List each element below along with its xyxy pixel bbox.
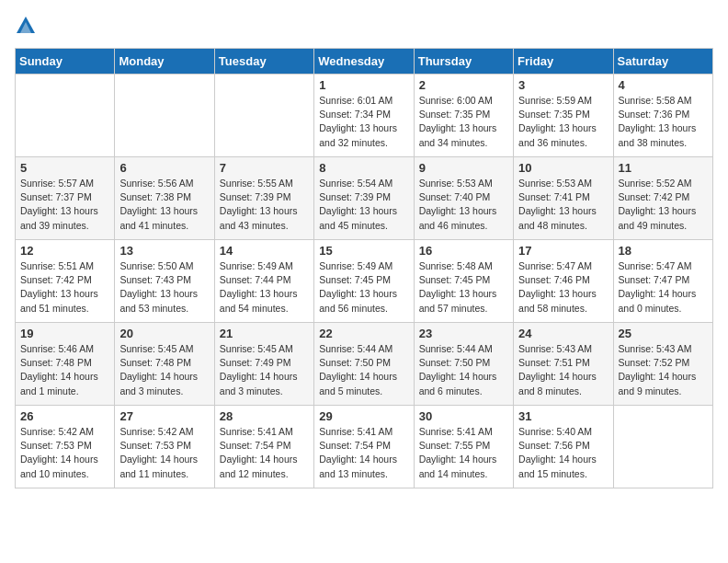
calendar-week-row: 5Sunrise: 5:57 AM Sunset: 7:37 PM Daylig… xyxy=(16,157,713,240)
day-info: Sunrise: 5:47 AM Sunset: 7:46 PM Dayligh… xyxy=(518,259,608,316)
day-number: 23 xyxy=(419,327,508,340)
day-info: Sunrise: 5:48 AM Sunset: 7:45 PM Dayligh… xyxy=(419,259,508,316)
calendar-header-sunday: Sunday xyxy=(16,49,115,75)
day-number: 25 xyxy=(619,327,708,340)
calendar-cell: 11Sunrise: 5:52 AM Sunset: 7:42 PM Dayli… xyxy=(613,157,712,240)
calendar-cell: 3Sunrise: 5:59 AM Sunset: 7:35 PM Daylig… xyxy=(514,75,613,157)
day-info: Sunrise: 5:42 AM Sunset: 7:53 PM Dayligh… xyxy=(119,425,209,481)
day-number: 20 xyxy=(119,327,209,340)
day-number: 12 xyxy=(20,244,109,258)
calendar-cell: 16Sunrise: 5:48 AM Sunset: 7:45 PM Dayli… xyxy=(414,240,513,323)
day-info: Sunrise: 5:53 AM Sunset: 7:40 PM Dayligh… xyxy=(419,177,508,233)
day-number: 28 xyxy=(220,409,309,423)
calendar-cell: 13Sunrise: 5:50 AM Sunset: 7:43 PM Dayli… xyxy=(115,240,214,323)
day-info: Sunrise: 5:43 AM Sunset: 7:51 PM Dayligh… xyxy=(518,342,608,398)
day-info: Sunrise: 5:44 AM Sunset: 7:50 PM Dayligh… xyxy=(419,342,508,398)
day-info: Sunrise: 5:51 AM Sunset: 7:42 PM Dayligh… xyxy=(20,259,109,316)
calendar-cell: 22Sunrise: 5:44 AM Sunset: 7:50 PM Dayli… xyxy=(314,323,414,406)
day-info: Sunrise: 6:01 AM Sunset: 7:34 PM Dayligh… xyxy=(319,94,408,150)
calendar-cell xyxy=(214,75,313,157)
calendar-cell: 28Sunrise: 5:41 AM Sunset: 7:54 PM Dayli… xyxy=(214,406,313,488)
calendar-header-friday: Friday xyxy=(514,49,613,75)
day-number: 4 xyxy=(619,78,708,92)
day-info: Sunrise: 6:00 AM Sunset: 7:35 PM Dayligh… xyxy=(419,94,508,150)
day-info: Sunrise: 5:45 AM Sunset: 7:49 PM Dayligh… xyxy=(220,342,309,398)
calendar-cell: 21Sunrise: 5:45 AM Sunset: 7:49 PM Dayli… xyxy=(214,323,313,406)
page-header xyxy=(15,15,713,37)
day-info: Sunrise: 5:49 AM Sunset: 7:45 PM Dayligh… xyxy=(319,259,408,316)
day-number: 31 xyxy=(518,409,608,423)
day-number: 15 xyxy=(319,244,408,258)
calendar-cell: 31Sunrise: 5:40 AM Sunset: 7:56 PM Dayli… xyxy=(514,406,613,488)
day-info: Sunrise: 5:43 AM Sunset: 7:52 PM Dayligh… xyxy=(619,342,708,398)
day-info: Sunrise: 5:42 AM Sunset: 7:53 PM Dayligh… xyxy=(20,425,109,481)
day-number: 11 xyxy=(619,161,708,175)
day-info: Sunrise: 5:40 AM Sunset: 7:56 PM Dayligh… xyxy=(518,425,608,481)
day-info: Sunrise: 5:46 AM Sunset: 7:48 PM Dayligh… xyxy=(20,342,109,398)
calendar-cell: 24Sunrise: 5:43 AM Sunset: 7:51 PM Dayli… xyxy=(514,323,613,406)
day-info: Sunrise: 5:47 AM Sunset: 7:47 PM Dayligh… xyxy=(619,259,708,316)
calendar-cell: 6Sunrise: 5:56 AM Sunset: 7:38 PM Daylig… xyxy=(115,157,214,240)
calendar-cell: 2Sunrise: 6:00 AM Sunset: 7:35 PM Daylig… xyxy=(414,75,513,157)
calendar-header-wednesday: Wednesday xyxy=(314,49,414,75)
calendar-week-row: 26Sunrise: 5:42 AM Sunset: 7:53 PM Dayli… xyxy=(16,406,713,488)
day-info: Sunrise: 5:41 AM Sunset: 7:55 PM Dayligh… xyxy=(419,425,508,481)
day-number: 5 xyxy=(20,161,109,175)
calendar-cell: 18Sunrise: 5:47 AM Sunset: 7:47 PM Dayli… xyxy=(613,240,712,323)
day-number: 19 xyxy=(20,327,109,340)
day-info: Sunrise: 5:41 AM Sunset: 7:54 PM Dayligh… xyxy=(220,425,309,481)
day-number: 29 xyxy=(319,409,408,423)
calendar-header-monday: Monday xyxy=(115,49,214,75)
calendar-cell: 7Sunrise: 5:55 AM Sunset: 7:39 PM Daylig… xyxy=(214,157,313,240)
day-info: Sunrise: 5:57 AM Sunset: 7:37 PM Dayligh… xyxy=(20,177,109,233)
logo-icon xyxy=(15,15,37,37)
day-info: Sunrise: 5:49 AM Sunset: 7:44 PM Dayligh… xyxy=(220,259,309,316)
calendar-cell: 12Sunrise: 5:51 AM Sunset: 7:42 PM Dayli… xyxy=(16,240,115,323)
day-info: Sunrise: 5:44 AM Sunset: 7:50 PM Dayligh… xyxy=(319,342,408,398)
calendar-table: SundayMondayTuesdayWednesdayThursdayFrid… xyxy=(15,48,713,488)
day-info: Sunrise: 5:52 AM Sunset: 7:42 PM Dayligh… xyxy=(619,177,708,233)
day-info: Sunrise: 5:59 AM Sunset: 7:35 PM Dayligh… xyxy=(518,94,608,150)
calendar-cell: 1Sunrise: 6:01 AM Sunset: 7:34 PM Daylig… xyxy=(314,75,414,157)
day-number: 9 xyxy=(419,161,508,175)
day-number: 30 xyxy=(419,409,508,423)
day-number: 14 xyxy=(220,244,309,258)
calendar-cell xyxy=(115,75,214,157)
calendar-header-tuesday: Tuesday xyxy=(214,49,313,75)
calendar-cell xyxy=(613,406,712,488)
calendar-cell: 14Sunrise: 5:49 AM Sunset: 7:44 PM Dayli… xyxy=(214,240,313,323)
day-number: 17 xyxy=(518,244,608,258)
calendar-cell: 5Sunrise: 5:57 AM Sunset: 7:37 PM Daylig… xyxy=(16,157,115,240)
calendar-cell: 19Sunrise: 5:46 AM Sunset: 7:48 PM Dayli… xyxy=(16,323,115,406)
day-number: 13 xyxy=(119,244,209,258)
day-info: Sunrise: 5:45 AM Sunset: 7:48 PM Dayligh… xyxy=(119,342,209,398)
calendar-cell xyxy=(16,75,115,157)
day-info: Sunrise: 5:56 AM Sunset: 7:38 PM Dayligh… xyxy=(119,177,209,233)
calendar-cell: 20Sunrise: 5:45 AM Sunset: 7:48 PM Dayli… xyxy=(115,323,214,406)
calendar-cell: 4Sunrise: 5:58 AM Sunset: 7:36 PM Daylig… xyxy=(613,75,712,157)
day-number: 16 xyxy=(419,244,508,258)
calendar-cell: 17Sunrise: 5:47 AM Sunset: 7:46 PM Dayli… xyxy=(514,240,613,323)
day-number: 8 xyxy=(319,161,408,175)
calendar-cell: 27Sunrise: 5:42 AM Sunset: 7:53 PM Dayli… xyxy=(115,406,214,488)
day-number: 1 xyxy=(319,78,408,92)
day-number: 2 xyxy=(419,78,508,92)
day-number: 24 xyxy=(518,327,608,340)
calendar-cell: 10Sunrise: 5:53 AM Sunset: 7:41 PM Dayli… xyxy=(514,157,613,240)
day-number: 6 xyxy=(119,161,209,175)
calendar-cell: 23Sunrise: 5:44 AM Sunset: 7:50 PM Dayli… xyxy=(414,323,513,406)
day-info: Sunrise: 5:53 AM Sunset: 7:41 PM Dayligh… xyxy=(518,177,608,233)
calendar-week-row: 19Sunrise: 5:46 AM Sunset: 7:48 PM Dayli… xyxy=(16,323,713,406)
day-number: 10 xyxy=(518,161,608,175)
day-number: 26 xyxy=(20,409,109,423)
day-info: Sunrise: 5:41 AM Sunset: 7:54 PM Dayligh… xyxy=(319,425,408,481)
day-number: 27 xyxy=(119,409,209,423)
day-number: 22 xyxy=(319,327,408,340)
calendar-cell: 26Sunrise: 5:42 AM Sunset: 7:53 PM Dayli… xyxy=(16,406,115,488)
day-number: 3 xyxy=(518,78,608,92)
logo xyxy=(15,15,40,37)
calendar-week-row: 1Sunrise: 6:01 AM Sunset: 7:34 PM Daylig… xyxy=(16,75,713,157)
calendar-cell: 30Sunrise: 5:41 AM Sunset: 7:55 PM Dayli… xyxy=(414,406,513,488)
calendar-cell: 8Sunrise: 5:54 AM Sunset: 7:39 PM Daylig… xyxy=(314,157,414,240)
day-info: Sunrise: 5:54 AM Sunset: 7:39 PM Dayligh… xyxy=(319,177,408,233)
